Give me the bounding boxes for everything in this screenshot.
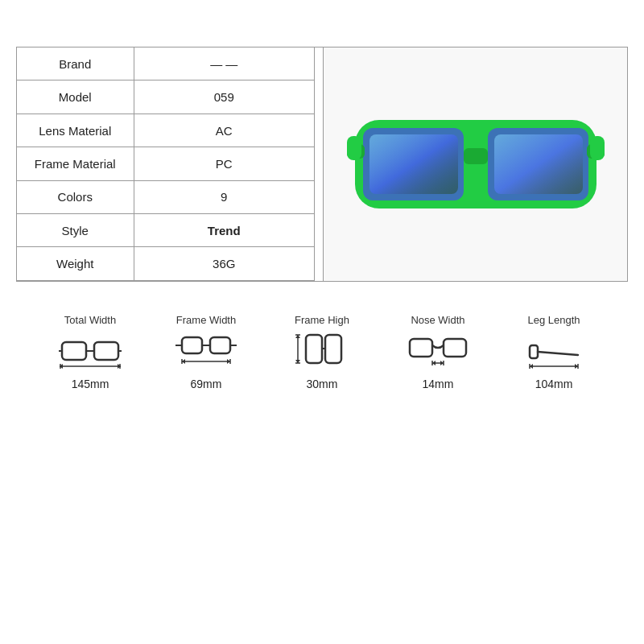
table-value-3: PC bbox=[134, 147, 315, 180]
table-value-0: — — bbox=[134, 47, 315, 80]
svg-rect-39 bbox=[444, 339, 466, 357]
table-value-5: Trend bbox=[134, 214, 315, 247]
measure-label-4: Leg Length bbox=[527, 314, 580, 326]
svg-rect-11 bbox=[94, 342, 118, 360]
table-label-0: Brand bbox=[17, 47, 134, 80]
svg-rect-20 bbox=[182, 337, 202, 353]
product-image-area bbox=[323, 47, 627, 281]
svg-rect-45 bbox=[530, 345, 538, 358]
table-label-5: Style bbox=[17, 214, 134, 247]
measure-label-3: Nose Width bbox=[411, 314, 464, 326]
svg-rect-8 bbox=[347, 136, 361, 160]
table-value-4: 9 bbox=[134, 180, 315, 213]
svg-rect-5 bbox=[464, 148, 488, 164]
svg-rect-4 bbox=[494, 134, 583, 194]
measure-item-total-width: Total Width 145mm bbox=[58, 314, 122, 390]
measure-label-2: Frame High bbox=[295, 314, 349, 326]
measure-value-1: 69mm bbox=[191, 378, 222, 390]
table-label-1: Model bbox=[17, 80, 134, 114]
page: Brand— —Model059Lens MaterialACFrame Mat… bbox=[0, 0, 644, 644]
measure-item-nose-width: Nose Width 14mm bbox=[406, 314, 470, 390]
table-label-2: Lens Material bbox=[17, 114, 134, 147]
product-image-svg bbox=[347, 80, 605, 249]
svg-line-46 bbox=[538, 352, 578, 355]
frame-high-icon bbox=[290, 331, 354, 373]
measure-item-frame-high: Frame High 30mm bbox=[290, 314, 354, 390]
measure-label-1: Frame Width bbox=[176, 314, 236, 326]
table-value-2: AC bbox=[134, 114, 315, 147]
measurements-section: Total Width 145mmFrame Width 69 bbox=[16, 306, 628, 390]
measure-value-2: 30mm bbox=[307, 378, 338, 390]
measure-label-0: Total Width bbox=[64, 314, 116, 326]
svg-rect-3 bbox=[369, 134, 458, 194]
nose-width-icon bbox=[406, 331, 470, 373]
frame-width-icon bbox=[174, 331, 238, 373]
svg-rect-30 bbox=[306, 335, 322, 363]
product-table: Brand— —Model059Lens MaterialACFrame Mat… bbox=[17, 47, 315, 281]
product-info-header bbox=[16, 8, 628, 47]
svg-rect-10 bbox=[62, 342, 86, 360]
measure-value-4: 104mm bbox=[535, 378, 573, 390]
top-section: Brand— —Model059Lens MaterialACFrame Mat… bbox=[16, 47, 628, 282]
table-value-6: 36G bbox=[134, 247, 315, 281]
table-label-4: Colors bbox=[17, 180, 134, 213]
table-label-3: Frame Material bbox=[17, 147, 134, 180]
measure-item-frame-width: Frame Width 69mm bbox=[174, 314, 238, 390]
svg-rect-9 bbox=[590, 136, 605, 160]
svg-rect-38 bbox=[410, 339, 432, 357]
measure-item-leg-length: Leg Length 104mm bbox=[522, 314, 586, 390]
svg-rect-21 bbox=[210, 337, 230, 353]
leg-length-icon bbox=[522, 331, 586, 373]
table-value-1: 059 bbox=[134, 80, 315, 114]
table-label-6: Weight bbox=[17, 247, 134, 281]
measure-value-0: 145mm bbox=[72, 378, 109, 390]
total-width-icon bbox=[58, 331, 122, 373]
measure-value-3: 14mm bbox=[423, 378, 454, 390]
svg-rect-31 bbox=[325, 335, 341, 363]
